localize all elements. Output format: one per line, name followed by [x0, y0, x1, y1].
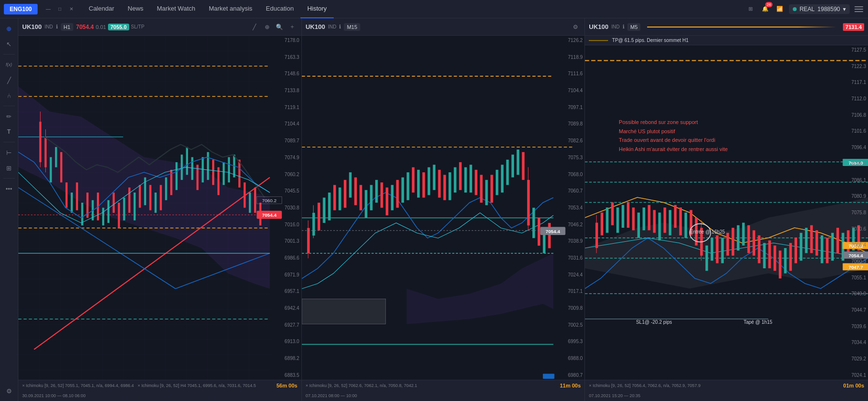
chart-3-timeframe[interactable]: M5: [627, 23, 640, 31]
layout-icon[interactable]: ⊞: [746, 4, 756, 14]
svg-rect-165: [737, 225, 739, 251]
svg-rect-148: [653, 210, 656, 233]
svg-rect-22: [66, 182, 68, 207]
chart-1-info-icon[interactable]: ℹ: [56, 24, 58, 30]
menu-calendar[interactable]: Calendar: [82, 0, 121, 18]
text-tool[interactable]: T: [2, 124, 16, 139]
svg-rect-146: [643, 207, 645, 230]
svg-rect-171: [769, 240, 771, 268]
svg-rect-99: [443, 175, 446, 200]
svg-rect-21: [60, 152, 62, 182]
chart-3-info-icon[interactable]: ℹ: [623, 24, 624, 30]
menu-history[interactable]: History: [300, 0, 333, 18]
chart-1-crosshair-tool[interactable]: ⊕: [262, 22, 272, 32]
svg-rect-95: [422, 172, 425, 197]
brand-logo[interactable]: ENG100: [4, 4, 38, 14]
svg-rect-139: [606, 207, 609, 233]
wifi-icon[interactable]: 📶: [774, 4, 785, 14]
svg-rect-44: [181, 154, 183, 180]
svg-rect-140: [611, 203, 614, 225]
menu-news[interactable]: News: [121, 0, 150, 18]
svg-rect-136: [596, 223, 598, 249]
svg-rect-111: [506, 160, 508, 185]
svg-rect-50: [212, 160, 214, 185]
svg-rect-24: [76, 182, 78, 210]
pitchfork-tool[interactable]: ⑃: [2, 88, 16, 103]
chart-3-canvas: 7084.0 7057.3 7047.7 7054.4: [585, 45, 868, 380]
svg-rect-93: [412, 167, 414, 193]
svg-rect-39: [154, 193, 156, 213]
chart-2-symbol: UK100: [306, 23, 325, 30]
svg-rect-52: [223, 162, 225, 185]
chart-1-add-tool[interactable]: ＋: [287, 22, 298, 32]
svg-text:7047.7: 7047.7: [849, 264, 863, 270]
chart-1-body: 7054.4 7060.2 7178.0 7163.3 7148.6 7133.…: [18, 36, 301, 380]
menu-education[interactable]: Education: [259, 0, 300, 18]
fx-tool[interactable]: f(x): [2, 57, 16, 72]
crosshair-tool[interactable]: ⊕: [2, 21, 16, 36]
svg-rect-90: [396, 180, 398, 208]
chart-2-info-icon[interactable]: ℹ: [339, 24, 341, 30]
svg-rect-118: [538, 218, 540, 246]
top-navigation: ENG100 — □ ✕ Calendar News Market Watch …: [0, 0, 868, 18]
account-chevron-icon: ▾: [843, 6, 846, 13]
sidebar-divider-1: [3, 54, 15, 55]
main-menu: Calendar News Market Watch Market analys…: [82, 0, 746, 18]
chart-2-canvas: 7054.4: [302, 36, 585, 380]
svg-rect-167: [747, 225, 750, 253]
svg-rect-84: [365, 190, 367, 218]
restore-icon[interactable]: □: [55, 4, 65, 14]
more-tools[interactable]: •••: [2, 181, 16, 196]
close-icon[interactable]: ✕: [67, 4, 76, 14]
svg-rect-172: [773, 246, 776, 271]
chart-1-line-tool[interactable]: ╱: [249, 22, 260, 32]
chart-3-footer-time: 01m 00s: [843, 383, 864, 388]
svg-rect-57: [249, 193, 251, 213]
trendline-tool[interactable]: ╱: [2, 73, 16, 87]
svg-rect-138: [601, 213, 603, 235]
svg-rect-107: [485, 180, 488, 205]
chart-2-footer-time: 11m 00s: [560, 383, 581, 388]
main-area: ⊕ ↖ f(x) ╱ ⑃ ✏ T ⊢ ⊞ ••• ⚙ UK100 IND ℹ H…: [0, 18, 868, 401]
svg-rect-113: [516, 150, 519, 175]
menu-market-watch[interactable]: Market Watch: [150, 0, 202, 18]
svg-rect-149: [658, 213, 661, 241]
chart-2-timeframe[interactable]: M15: [344, 23, 360, 31]
chart-1-zoom-in-tool[interactable]: 🔍: [274, 22, 285, 32]
chart-2-settings-tool[interactable]: ⚙: [570, 22, 581, 32]
svg-rect-101: [454, 167, 456, 193]
svg-rect-106: [480, 175, 482, 203]
alert-icon[interactable]: 🔔 26: [760, 4, 771, 14]
svg-rect-121: [302, 299, 386, 324]
svg-rect-110: [501, 165, 503, 193]
svg-rect-154: [685, 213, 687, 238]
chart-3-header: UK100 IND ℹ M5 7131.4: [585, 18, 868, 36]
svg-text:7057.3: 7057.3: [849, 243, 863, 249]
svg-rect-40: [160, 185, 162, 210]
svg-rect-144: [632, 207, 635, 230]
measure-tool[interactable]: ⊢: [2, 145, 16, 160]
svg-rect-105: [475, 170, 477, 195]
zoom-tool[interactable]: ⊞: [2, 161, 16, 175]
svg-rect-58: [254, 188, 256, 213]
svg-rect-177: [800, 233, 802, 261]
hamburger-menu[interactable]: [854, 4, 864, 14]
chart-1-sltp[interactable]: SL/TP: [131, 24, 145, 29]
svg-rect-176: [795, 238, 797, 263]
svg-text:7054.4: 7054.4: [849, 253, 864, 258]
account-selector[interactable]: REAL 1988590 ▾: [789, 4, 850, 14]
svg-rect-49: [207, 152, 209, 180]
chart-1-timeframe[interactable]: H1: [61, 23, 73, 31]
minimize-icon[interactable]: —: [43, 4, 53, 14]
svg-rect-173: [779, 250, 781, 278]
chart-1-footer-time: 56m 00s: [276, 383, 297, 388]
settings-tool[interactable]: ⚙: [2, 384, 16, 398]
menu-market-analysis[interactable]: Market analysis: [202, 0, 259, 18]
cursor-tool[interactable]: ↖: [2, 37, 16, 51]
chart-3-footer2: 07.10.2021 15:20 — 20:35: [585, 390, 868, 401]
svg-rect-97: [433, 165, 435, 190]
chart-1-change: 0.01: [95, 24, 106, 30]
svg-rect-145: [637, 213, 640, 238]
brush-tool[interactable]: ✏: [2, 109, 16, 124]
svg-rect-96: [427, 167, 430, 195]
